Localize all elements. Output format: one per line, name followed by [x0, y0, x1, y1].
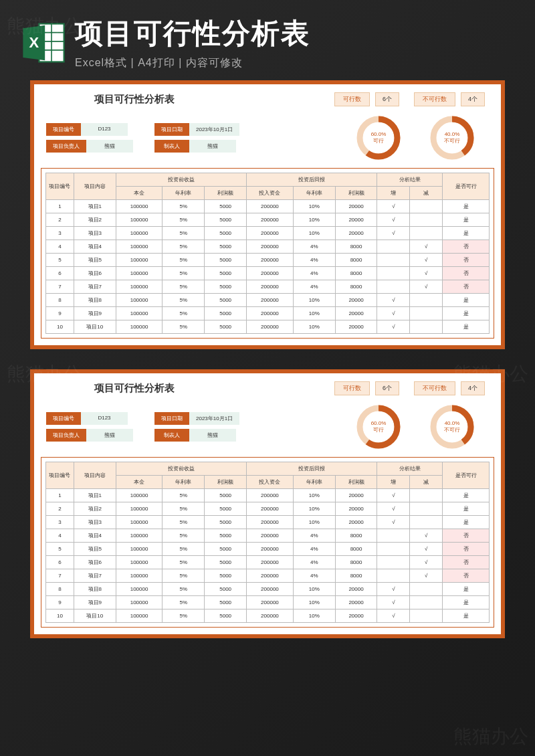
cell-name: 项目7: [74, 569, 116, 583]
cell-id: 5: [46, 543, 74, 556]
cell-ok: 是: [443, 320, 490, 334]
donut-percent: 60.0%: [371, 131, 387, 138]
table-wrap: 项目编号 项目内容 投资前收益 投资后回报 分析结果 是否可行 本金 年利率 利…: [41, 168, 494, 339]
cell-rate1: 5%: [163, 569, 205, 583]
cell-profit2: 20000: [335, 609, 377, 623]
donut-label: 不可行: [444, 138, 460, 145]
cell-name: 项目9: [74, 596, 116, 609]
cell-id: 5: [46, 254, 74, 267]
cell-invest: 200000: [247, 307, 294, 320]
cell-inc: [377, 569, 410, 583]
feasible-value: 6个: [375, 92, 399, 106]
cell-inc: [377, 240, 410, 254]
cell-profit2: 20000: [335, 294, 377, 307]
cell-principal: 100000: [116, 489, 163, 502]
cell-rate2: 10%: [293, 516, 335, 529]
cell-dec: [410, 609, 443, 623]
cell-inc: √: [377, 502, 410, 516]
th-id: 项目编号: [46, 173, 74, 200]
cell-profit1: 5000: [205, 227, 247, 240]
th-group-post: 投资后回报: [247, 173, 377, 187]
cell-name: 项目6: [74, 556, 116, 569]
table-row: 10 项目10 100000 5% 5000 200000 10% 20000 …: [46, 320, 490, 334]
cell-id: 4: [46, 240, 74, 254]
cell-invest: 200000: [247, 227, 294, 240]
analysis-table: 项目编号 项目内容 投资前收益 投资后回报 分析结果 是否可行 本金 年利率 利…: [45, 462, 490, 623]
analysis-sheet: 项目可行性分析表 可行数 6个 不可行数 4个 项目编号D123 项目负责人熊猫…: [30, 369, 505, 638]
cell-rate1: 5%: [163, 254, 205, 267]
cell-dec: [410, 227, 443, 240]
info-owner-value: 熊猫: [86, 429, 133, 442]
donut-label: 可行: [373, 138, 384, 145]
info-id-label: 项目编号: [46, 412, 81, 425]
info-owner-label: 项目负责人: [46, 140, 86, 153]
cell-invest: 200000: [247, 320, 294, 334]
cell-rate2: 4%: [293, 543, 335, 556]
cell-ok: 否: [443, 569, 490, 583]
cell-rate2: 10%: [293, 596, 335, 609]
table-row: 10 项目10 100000 5% 5000 200000 10% 20000 …: [46, 609, 490, 623]
info-maker-label: 制表人: [154, 140, 189, 153]
cell-inc: √: [377, 294, 410, 307]
cell-ok: 是: [443, 227, 490, 240]
cell-ok: 否: [443, 280, 490, 294]
cell-profit2: 8000: [335, 556, 377, 569]
cell-inc: √: [377, 489, 410, 502]
cell-rate2: 10%: [293, 502, 335, 516]
table-row: 1 项目1 100000 5% 5000 200000 10% 20000 √ …: [46, 200, 490, 213]
cell-profit2: 8000: [335, 529, 377, 543]
svg-text:X: X: [29, 33, 39, 50]
th-inc: 增: [377, 187, 410, 200]
th-invest: 投入资金: [247, 187, 294, 200]
th-ok: 是否可行: [443, 173, 490, 200]
hero-title: 项目可行性分析表: [75, 15, 515, 52]
cell-rate1: 5%: [163, 280, 205, 294]
cell-rate2: 4%: [293, 267, 335, 280]
table-row: 7 项目7 100000 5% 5000 200000 4% 8000 √ 否: [46, 569, 490, 583]
cell-rate2: 10%: [293, 320, 335, 334]
feasible-value: 6个: [375, 381, 399, 395]
cell-id: 6: [46, 556, 74, 569]
cell-invest: 200000: [247, 583, 294, 596]
cell-name: 项目4: [74, 240, 116, 254]
table-row: 2 项目2 100000 5% 5000 200000 10% 20000 √ …: [46, 213, 490, 227]
cell-rate1: 5%: [163, 556, 205, 569]
cell-dec: [410, 489, 443, 502]
cell-rate1: 5%: [163, 200, 205, 213]
th-group-post: 投资后回报: [247, 462, 377, 476]
excel-icon: X: [20, 19, 67, 66]
cell-ok: 是: [443, 502, 490, 516]
cell-rate2: 10%: [293, 294, 335, 307]
cell-invest: 200000: [247, 516, 294, 529]
cell-ok: 否: [443, 254, 490, 267]
cell-inc: √: [377, 609, 410, 623]
cell-id: 10: [46, 320, 74, 334]
cell-profit1: 5000: [205, 502, 247, 516]
cell-dec: [410, 516, 443, 529]
cell-profit1: 5000: [205, 320, 247, 334]
infeasible-label: 不可行数: [414, 381, 455, 395]
donut-percent: 40.0%: [445, 131, 460, 138]
cell-name: 项目2: [74, 502, 116, 516]
cell-rate1: 5%: [163, 213, 205, 227]
th-dec: 减: [410, 476, 443, 489]
cell-rate1: 5%: [163, 227, 205, 240]
cell-ok: 是: [443, 307, 490, 320]
cell-rate2: 4%: [293, 529, 335, 543]
table-row: 9 项目9 100000 5% 5000 200000 10% 20000 √ …: [46, 307, 490, 320]
th-name: 项目内容: [74, 462, 116, 489]
table-row: 4 项目4 100000 5% 5000 200000 4% 8000 √ 否: [46, 240, 490, 254]
cell-principal: 100000: [116, 543, 163, 556]
cell-principal: 100000: [116, 502, 163, 516]
cell-principal: 100000: [116, 227, 163, 240]
cell-dec: √: [410, 529, 443, 543]
cell-profit2: 20000: [335, 227, 377, 240]
cell-profit1: 5000: [205, 569, 247, 583]
cell-ok: 是: [443, 583, 490, 596]
cell-profit2: 8000: [335, 240, 377, 254]
cell-inc: √: [377, 320, 410, 334]
info-maker-value: 熊猫: [189, 429, 236, 442]
cell-invest: 200000: [247, 213, 294, 227]
cell-ok: 是: [443, 213, 490, 227]
cell-profit1: 5000: [205, 609, 247, 623]
